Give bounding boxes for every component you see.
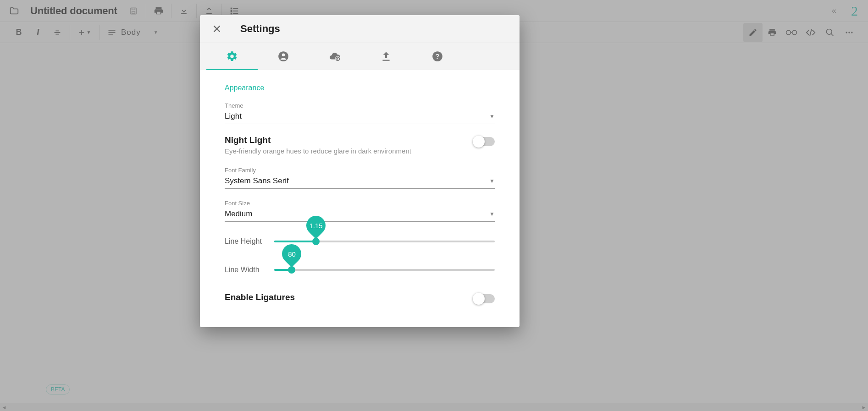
field-font-size: Font Size Medium ▼ (225, 200, 495, 222)
ligatures-title: Enable Ligatures (225, 292, 295, 302)
field-font-family: Font Family System Sans Serif ▼ (225, 167, 495, 189)
line-width-value: 80 (288, 250, 296, 258)
svg-point-18 (282, 53, 285, 56)
field-line-height: Line Height 1.15 (225, 237, 495, 246)
font-family-select[interactable]: System Sans Serif ▼ (225, 175, 495, 189)
dialog-tabs: ? (200, 43, 520, 70)
dialog-header: Settings (200, 15, 520, 43)
line-width-label: Line Width (225, 266, 274, 274)
theme-select[interactable]: Light ▼ (225, 110, 495, 124)
field-ligatures: Enable Ligatures (225, 292, 495, 303)
font-size-value: Medium (225, 209, 252, 219)
svg-text:?: ? (435, 52, 439, 60)
dialog-body: Appearance Theme Light ▼ Night Light Eye… (200, 70, 520, 327)
theme-label: Theme (225, 102, 495, 109)
tab-help[interactable]: ? (412, 43, 463, 70)
font-family-value: System Sans Serif (225, 176, 289, 186)
tab-sync[interactable] (309, 43, 360, 70)
svg-point-19 (335, 56, 340, 61)
theme-value: Light (225, 112, 242, 121)
tab-general[interactable] (206, 43, 258, 70)
field-line-width: Line Width 80 (225, 266, 495, 274)
night-light-subtitle: Eye-friendly orange hues to reduce glare… (225, 147, 411, 155)
font-family-label: Font Family (225, 167, 495, 174)
line-height-label: Line Height (225, 237, 274, 246)
line-height-slider[interactable]: 1.15 (274, 241, 495, 242)
tab-account[interactable] (258, 43, 309, 70)
chevron-down-icon: ▼ (489, 113, 495, 120)
night-light-toggle[interactable] (474, 137, 495, 146)
settings-dialog: Settings ? Appearance Theme (200, 15, 520, 327)
chevron-down-icon: ▼ (489, 211, 495, 217)
night-light-title: Night Light (225, 135, 411, 145)
line-height-value: 1.15 (310, 222, 323, 230)
section-appearance: Appearance (225, 84, 495, 92)
font-size-select[interactable]: Medium ▼ (225, 208, 495, 222)
ligatures-toggle[interactable] (474, 294, 495, 303)
dialog-title: Settings (240, 23, 280, 35)
tab-publish[interactable] (360, 43, 412, 70)
field-night-light: Night Light Eye-friendly orange hues to … (225, 135, 495, 155)
field-theme: Theme Light ▼ (225, 102, 495, 124)
chevron-down-icon: ▼ (489, 178, 495, 184)
font-size-label: Font Size (225, 200, 495, 207)
line-width-slider[interactable]: 80 (274, 269, 495, 271)
close-icon[interactable] (210, 22, 224, 36)
